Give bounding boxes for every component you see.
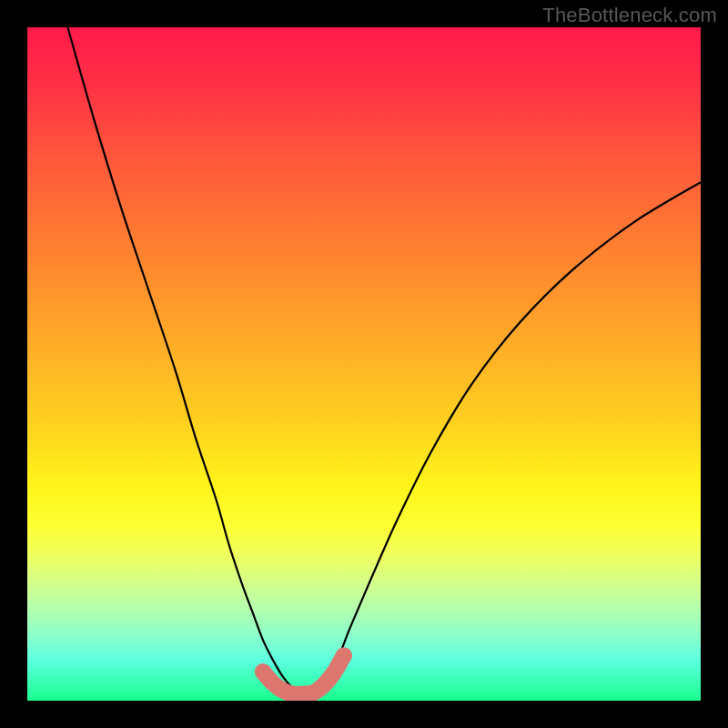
bottom-marker-line bbox=[263, 655, 344, 694]
watermark-text: TheBottleneck.com bbox=[542, 4, 717, 27]
curve-layer bbox=[27, 27, 701, 701]
marker-right-endpoint-icon bbox=[336, 647, 352, 663]
chart-root: TheBottleneck.com bbox=[0, 0, 728, 728]
curve-right-branch bbox=[310, 182, 701, 695]
curve-left-branch bbox=[67, 27, 303, 695]
marker-left-endpoint-icon bbox=[255, 663, 271, 680]
plot-area bbox=[27, 27, 701, 701]
